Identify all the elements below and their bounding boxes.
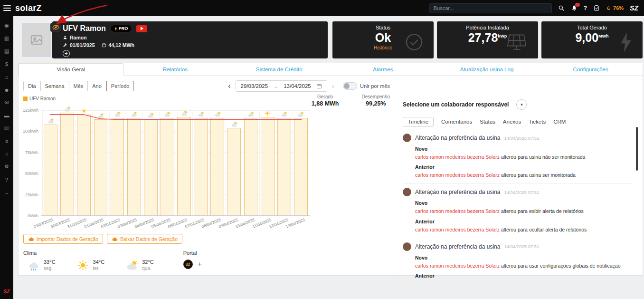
messages-icon[interactable]: ✉ bbox=[3, 96, 10, 109]
add-portal-button[interactable]: + bbox=[198, 260, 202, 268]
monitoring-disabled-eye-icon[interactable] bbox=[50, 23, 61, 32]
dashboard-icon[interactable]: ◉ bbox=[3, 19, 10, 32]
logout-icon[interactable]: → bbox=[3, 186, 10, 199]
weather-forecast-item: 33°Cseg. bbox=[27, 259, 56, 271]
tab-configuracoes[interactable]: Configurações bbox=[539, 63, 643, 75]
tasks-icon[interactable] bbox=[593, 5, 600, 11]
calendar-icon[interactable] bbox=[316, 83, 322, 89]
phone-icon[interactable]: ☏ bbox=[3, 122, 10, 135]
timeline-actor-link[interactable]: carlos ramon medeiros bezerra Solarz bbox=[415, 227, 500, 232]
panel-tab-crm[interactable]: CRM bbox=[553, 119, 566, 125]
plant-photo-placeholder[interactable] bbox=[22, 23, 51, 57]
chart-bar[interactable] bbox=[294, 118, 308, 215]
search-icon[interactable] bbox=[558, 5, 565, 11]
timeline-title: Alteração na preferência da usina bbox=[415, 189, 500, 195]
timeline-actor-link[interactable]: carlos ramon medeiros bezerra Solarz bbox=[415, 208, 500, 214]
weather-cloud-sun-icon bbox=[47, 118, 54, 124]
weather-cloud-sun-icon bbox=[297, 111, 304, 117]
chart-bar[interactable] bbox=[60, 113, 74, 215]
chart-bar[interactable] bbox=[244, 118, 258, 215]
chart-bar[interactable] bbox=[94, 119, 108, 215]
period-button-semana[interactable]: Semana bbox=[41, 81, 69, 91]
date-to[interactable]: 13/04/2025 bbox=[284, 83, 311, 89]
notifications-bell-icon[interactable] bbox=[571, 5, 578, 11]
tab-visao-geral[interactable]: Visão Geral bbox=[19, 63, 123, 76]
add-tag-button[interactable]: + bbox=[63, 50, 70, 57]
tab-relatorios[interactable]: Relatórios bbox=[123, 63, 227, 75]
panel-tab-status[interactable]: Status bbox=[480, 119, 495, 125]
settings-icon[interactable]: ⚙ bbox=[3, 160, 10, 173]
chart-legend[interactable]: UFV Ramon bbox=[23, 96, 56, 101]
chart-bar[interactable] bbox=[261, 117, 275, 215]
timeline-title: Alteração na preferência da usina bbox=[415, 243, 500, 250]
finance-icon[interactable]: $ bbox=[3, 58, 10, 70]
chart-bar[interactable] bbox=[77, 115, 91, 215]
help-icon[interactable]: ? bbox=[3, 173, 10, 186]
chart-bar[interactable] bbox=[177, 117, 191, 215]
tab-alarmes[interactable]: Alarmes bbox=[331, 63, 435, 75]
youtube-badge[interactable] bbox=[136, 25, 147, 32]
timeline-section-label: Novo bbox=[415, 200, 630, 206]
chart-bar[interactable] bbox=[144, 119, 158, 215]
forecast-day: ter. bbox=[93, 266, 105, 271]
menu-icon[interactable] bbox=[3, 4, 11, 12]
chart-bar[interactable] bbox=[161, 118, 174, 215]
charts-icon[interactable]: ▥ bbox=[3, 32, 10, 45]
timeline-scrollbar[interactable] bbox=[636, 127, 638, 171]
sidebar-footer-logo[interactable]: SZ bbox=[4, 289, 10, 294]
search-icon[interactable]: ○ bbox=[3, 147, 10, 160]
chart-bar[interactable] bbox=[194, 118, 208, 215]
portal-sz-logo[interactable]: SZ bbox=[183, 260, 193, 269]
app-logo[interactable]: solarZ bbox=[15, 3, 42, 13]
chart-bar[interactable] bbox=[111, 118, 124, 215]
period-button-dia[interactable]: Dia bbox=[23, 81, 41, 91]
collaborator-dropdown-button[interactable]: ▾ bbox=[516, 99, 527, 110]
sidebar: ◉▥▤$⌂☻✉▬☏¤○⚙?→ SZ bbox=[0, 16, 13, 299]
solarz-round-logo[interactable]: SZ bbox=[630, 4, 638, 12]
panel-tab-timeline[interactable]: Timeline bbox=[403, 117, 434, 126]
timeline-section-label: Novo bbox=[415, 146, 630, 152]
chart-bar[interactable] bbox=[210, 118, 224, 215]
energy-gauge[interactable]: 76% bbox=[606, 5, 624, 11]
next-period-chevron[interactable]: › bbox=[332, 82, 334, 90]
chart-bar[interactable] bbox=[44, 125, 57, 215]
tab-atualizacao-usina-log[interactable]: Atualização usina Log bbox=[435, 63, 539, 75]
help-icon[interactable]: ? bbox=[584, 5, 587, 11]
panel-tab-tickets[interactable]: Tickets bbox=[529, 119, 546, 125]
timeline-actor-link[interactable]: carlos ramon medeiros bezerra Solarz bbox=[415, 263, 500, 269]
billing-icon[interactable]: ▬ bbox=[3, 109, 10, 122]
plant-install-date: 01/01/2025 bbox=[70, 42, 95, 48]
clima-items: 33°Cseg.34°Cter.32°Cqua. bbox=[23, 259, 154, 271]
date-from[interactable]: 29/03/2025 bbox=[241, 83, 268, 89]
period-button-ano[interactable]: Ano bbox=[88, 81, 106, 91]
generated-stat-value: 1,88 MWh bbox=[312, 100, 339, 107]
period-button-mes[interactable]: Mês bbox=[69, 81, 88, 91]
timeline-actor-link[interactable]: carlos ramon medeiros bezerra Solarz bbox=[415, 172, 500, 178]
search-input[interactable] bbox=[429, 3, 552, 13]
toggle-switch[interactable] bbox=[343, 82, 357, 90]
period-button-periodo[interactable]: Período bbox=[106, 81, 134, 91]
bolt-icon bbox=[114, 27, 117, 31]
group-by-month-toggle[interactable]: Unir por mês bbox=[343, 82, 390, 90]
portal-title: Portal bbox=[183, 250, 202, 256]
download-generation-button[interactable]: Baixar Dados de Geração bbox=[107, 234, 182, 244]
reports-icon[interactable]: ▤ bbox=[3, 45, 10, 58]
chart-bar[interactable] bbox=[227, 128, 241, 215]
plant-owner: Ramon bbox=[70, 35, 87, 40]
weather-cloud-sun-icon bbox=[197, 111, 204, 117]
home-icon[interactable]: ⌂ bbox=[3, 70, 10, 83]
date-range-input[interactable]: 29/03/2025 → 13/04/2025 bbox=[236, 80, 327, 92]
panel-tab-anexos[interactable]: Anexos bbox=[503, 119, 521, 125]
installed-power-title: Potência Instalada bbox=[437, 25, 538, 30]
integrations-icon[interactable]: ¤ bbox=[3, 135, 10, 147]
tab-sistema-de-credito[interactable]: Sistema de Crédito bbox=[227, 63, 331, 75]
chart-bar[interactable] bbox=[277, 118, 291, 215]
clients-icon[interactable]: ☻ bbox=[3, 83, 10, 96]
cloud-upload-icon bbox=[28, 237, 34, 241]
prev-period-chevron[interactable]: ‹ bbox=[228, 82, 230, 90]
weather-cloud-sun-icon bbox=[180, 110, 188, 116]
chart-bar[interactable] bbox=[127, 118, 141, 215]
import-generation-button[interactable]: Importar Dados de Geração bbox=[23, 234, 103, 244]
timeline-actor-link[interactable]: carlos ramon medeiros bezerra Solarz bbox=[415, 154, 500, 160]
panel-tab-comentarios[interactable]: Comentários bbox=[441, 119, 472, 125]
